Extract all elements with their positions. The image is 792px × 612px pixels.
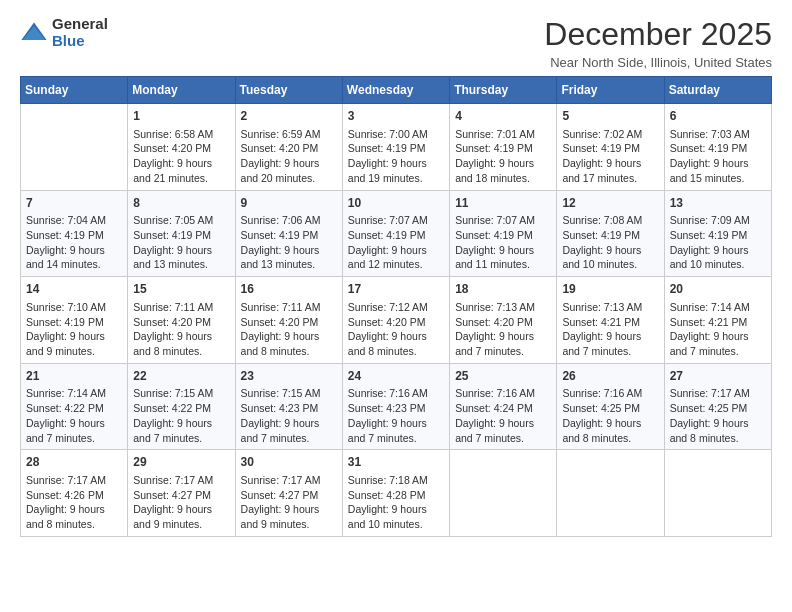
- day-info: Sunrise: 7:10 AM Sunset: 4:19 PM Dayligh…: [26, 300, 122, 359]
- calendar-cell: 20Sunrise: 7:14 AM Sunset: 4:21 PM Dayli…: [664, 277, 771, 364]
- day-number: 5: [562, 108, 658, 125]
- day-info: Sunrise: 7:17 AM Sunset: 4:26 PM Dayligh…: [26, 473, 122, 532]
- day-info: Sunrise: 7:17 AM Sunset: 4:27 PM Dayligh…: [241, 473, 337, 532]
- day-header-saturday: Saturday: [664, 77, 771, 104]
- month-title: December 2025: [544, 16, 772, 53]
- day-number: 28: [26, 454, 122, 471]
- day-info: Sunrise: 7:15 AM Sunset: 4:22 PM Dayligh…: [133, 386, 229, 445]
- day-number: 10: [348, 195, 444, 212]
- calendar-cell: 22Sunrise: 7:15 AM Sunset: 4:22 PM Dayli…: [128, 363, 235, 450]
- day-info: Sunrise: 7:16 AM Sunset: 4:23 PM Dayligh…: [348, 386, 444, 445]
- calendar-cell: 5Sunrise: 7:02 AM Sunset: 4:19 PM Daylig…: [557, 104, 664, 191]
- day-info: Sunrise: 7:09 AM Sunset: 4:19 PM Dayligh…: [670, 213, 766, 272]
- day-number: 20: [670, 281, 766, 298]
- day-number: 11: [455, 195, 551, 212]
- day-info: Sunrise: 7:06 AM Sunset: 4:19 PM Dayligh…: [241, 213, 337, 272]
- calendar-cell: 31Sunrise: 7:18 AM Sunset: 4:28 PM Dayli…: [342, 450, 449, 537]
- day-number: 2: [241, 108, 337, 125]
- day-header-monday: Monday: [128, 77, 235, 104]
- calendar-cell: 13Sunrise: 7:09 AM Sunset: 4:19 PM Dayli…: [664, 190, 771, 277]
- calendar-cell: 15Sunrise: 7:11 AM Sunset: 4:20 PM Dayli…: [128, 277, 235, 364]
- day-header-tuesday: Tuesday: [235, 77, 342, 104]
- day-number: 22: [133, 368, 229, 385]
- calendar-cell: 4Sunrise: 7:01 AM Sunset: 4:19 PM Daylig…: [450, 104, 557, 191]
- day-header-sunday: Sunday: [21, 77, 128, 104]
- day-number: 7: [26, 195, 122, 212]
- day-number: 16: [241, 281, 337, 298]
- svg-marker-1: [23, 26, 45, 40]
- day-number: 31: [348, 454, 444, 471]
- calendar-cell: [450, 450, 557, 537]
- calendar-cell: 8Sunrise: 7:05 AM Sunset: 4:19 PM Daylig…: [128, 190, 235, 277]
- calendar-cell: 26Sunrise: 7:16 AM Sunset: 4:25 PM Dayli…: [557, 363, 664, 450]
- logo-icon: [20, 19, 48, 47]
- title-block: December 2025 Near North Side, Illinois,…: [544, 16, 772, 70]
- calendar-cell: 23Sunrise: 7:15 AM Sunset: 4:23 PM Dayli…: [235, 363, 342, 450]
- calendar-cell: 1Sunrise: 6:58 AM Sunset: 4:20 PM Daylig…: [128, 104, 235, 191]
- day-number: 29: [133, 454, 229, 471]
- day-info: Sunrise: 7:11 AM Sunset: 4:20 PM Dayligh…: [241, 300, 337, 359]
- day-info: Sunrise: 7:17 AM Sunset: 4:27 PM Dayligh…: [133, 473, 229, 532]
- day-number: 18: [455, 281, 551, 298]
- day-info: Sunrise: 7:14 AM Sunset: 4:22 PM Dayligh…: [26, 386, 122, 445]
- calendar-cell: 27Sunrise: 7:17 AM Sunset: 4:25 PM Dayli…: [664, 363, 771, 450]
- calendar-cell: 30Sunrise: 7:17 AM Sunset: 4:27 PM Dayli…: [235, 450, 342, 537]
- day-info: Sunrise: 7:03 AM Sunset: 4:19 PM Dayligh…: [670, 127, 766, 186]
- page-header: General Blue December 2025 Near North Si…: [20, 16, 772, 70]
- day-number: 9: [241, 195, 337, 212]
- day-number: 25: [455, 368, 551, 385]
- day-number: 27: [670, 368, 766, 385]
- calendar-cell: 12Sunrise: 7:08 AM Sunset: 4:19 PM Dayli…: [557, 190, 664, 277]
- day-info: Sunrise: 7:02 AM Sunset: 4:19 PM Dayligh…: [562, 127, 658, 186]
- day-info: Sunrise: 7:08 AM Sunset: 4:19 PM Dayligh…: [562, 213, 658, 272]
- calendar-cell: 21Sunrise: 7:14 AM Sunset: 4:22 PM Dayli…: [21, 363, 128, 450]
- day-number: 17: [348, 281, 444, 298]
- calendar-cell: 2Sunrise: 6:59 AM Sunset: 4:20 PM Daylig…: [235, 104, 342, 191]
- calendar-cell: 29Sunrise: 7:17 AM Sunset: 4:27 PM Dayli…: [128, 450, 235, 537]
- calendar-cell: [664, 450, 771, 537]
- day-info: Sunrise: 7:07 AM Sunset: 4:19 PM Dayligh…: [348, 213, 444, 272]
- day-header-thursday: Thursday: [450, 77, 557, 104]
- calendar-cell: 3Sunrise: 7:00 AM Sunset: 4:19 PM Daylig…: [342, 104, 449, 191]
- day-info: Sunrise: 6:59 AM Sunset: 4:20 PM Dayligh…: [241, 127, 337, 186]
- calendar-cell: 19Sunrise: 7:13 AM Sunset: 4:21 PM Dayli…: [557, 277, 664, 364]
- calendar-cell: [21, 104, 128, 191]
- day-header-wednesday: Wednesday: [342, 77, 449, 104]
- day-info: Sunrise: 7:17 AM Sunset: 4:25 PM Dayligh…: [670, 386, 766, 445]
- day-info: Sunrise: 7:04 AM Sunset: 4:19 PM Dayligh…: [26, 213, 122, 272]
- day-info: Sunrise: 7:12 AM Sunset: 4:20 PM Dayligh…: [348, 300, 444, 359]
- day-info: Sunrise: 7:11 AM Sunset: 4:20 PM Dayligh…: [133, 300, 229, 359]
- day-number: 12: [562, 195, 658, 212]
- calendar-cell: 10Sunrise: 7:07 AM Sunset: 4:19 PM Dayli…: [342, 190, 449, 277]
- day-info: Sunrise: 7:07 AM Sunset: 4:19 PM Dayligh…: [455, 213, 551, 272]
- calendar-cell: 25Sunrise: 7:16 AM Sunset: 4:24 PM Dayli…: [450, 363, 557, 450]
- calendar-cell: 6Sunrise: 7:03 AM Sunset: 4:19 PM Daylig…: [664, 104, 771, 191]
- day-info: Sunrise: 7:15 AM Sunset: 4:23 PM Dayligh…: [241, 386, 337, 445]
- calendar-cell: 11Sunrise: 7:07 AM Sunset: 4:19 PM Dayli…: [450, 190, 557, 277]
- day-number: 23: [241, 368, 337, 385]
- day-number: 8: [133, 195, 229, 212]
- day-info: Sunrise: 6:58 AM Sunset: 4:20 PM Dayligh…: [133, 127, 229, 186]
- day-header-friday: Friday: [557, 77, 664, 104]
- day-info: Sunrise: 7:14 AM Sunset: 4:21 PM Dayligh…: [670, 300, 766, 359]
- day-number: 14: [26, 281, 122, 298]
- day-info: Sunrise: 7:16 AM Sunset: 4:24 PM Dayligh…: [455, 386, 551, 445]
- day-info: Sunrise: 7:16 AM Sunset: 4:25 PM Dayligh…: [562, 386, 658, 445]
- day-info: Sunrise: 7:13 AM Sunset: 4:20 PM Dayligh…: [455, 300, 551, 359]
- day-info: Sunrise: 7:00 AM Sunset: 4:19 PM Dayligh…: [348, 127, 444, 186]
- day-info: Sunrise: 7:13 AM Sunset: 4:21 PM Dayligh…: [562, 300, 658, 359]
- day-number: 26: [562, 368, 658, 385]
- calendar-cell: 9Sunrise: 7:06 AM Sunset: 4:19 PM Daylig…: [235, 190, 342, 277]
- logo-text: General Blue: [52, 16, 108, 49]
- calendar-cell: 17Sunrise: 7:12 AM Sunset: 4:20 PM Dayli…: [342, 277, 449, 364]
- calendar-cell: [557, 450, 664, 537]
- day-number: 4: [455, 108, 551, 125]
- location: Near North Side, Illinois, United States: [544, 55, 772, 70]
- calendar-cell: 24Sunrise: 7:16 AM Sunset: 4:23 PM Dayli…: [342, 363, 449, 450]
- calendar-cell: 7Sunrise: 7:04 AM Sunset: 4:19 PM Daylig…: [21, 190, 128, 277]
- day-info: Sunrise: 7:05 AM Sunset: 4:19 PM Dayligh…: [133, 213, 229, 272]
- day-info: Sunrise: 7:01 AM Sunset: 4:19 PM Dayligh…: [455, 127, 551, 186]
- calendar-cell: 16Sunrise: 7:11 AM Sunset: 4:20 PM Dayli…: [235, 277, 342, 364]
- day-info: Sunrise: 7:18 AM Sunset: 4:28 PM Dayligh…: [348, 473, 444, 532]
- day-number: 6: [670, 108, 766, 125]
